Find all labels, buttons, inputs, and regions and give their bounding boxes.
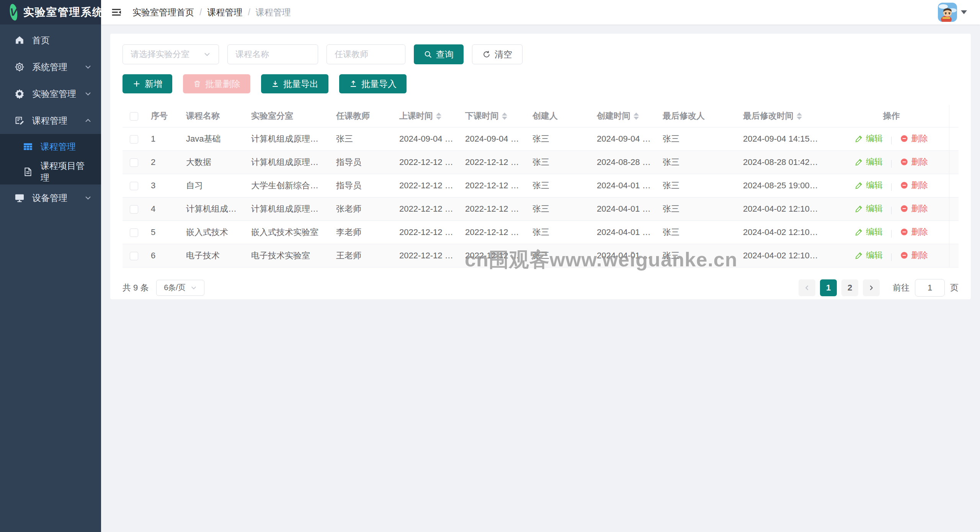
breadcrumb-item-home[interactable]: 实验室管理首页 bbox=[132, 7, 194, 18]
edit-button[interactable]: 编辑 bbox=[855, 226, 883, 238]
table-row: 2 大数据 计算机组成原理实验室 指导员 2022-12-12 16:3... … bbox=[122, 150, 959, 174]
col-modified-time[interactable]: 最后修改时间 bbox=[738, 105, 824, 127]
delete-button[interactable]: 删除 bbox=[900, 203, 928, 214]
toolbar-row: 新增 批量删除 批量导出 批量导入 bbox=[122, 74, 959, 93]
cell-start-time: 2022-12-12 08:3... bbox=[394, 197, 460, 220]
cell-start-time: 2022-12-12 10:1... bbox=[394, 244, 460, 267]
delete-button[interactable]: 删除 bbox=[900, 226, 928, 238]
col-teacher: 任课教师 bbox=[331, 105, 394, 127]
cell-course-name: 计算机组成原理 bbox=[181, 197, 246, 220]
course-name-input[interactable] bbox=[227, 44, 318, 64]
chevron-left-icon bbox=[804, 284, 810, 291]
edit-button[interactable]: 编辑 bbox=[855, 133, 883, 144]
sidebar-item-device[interactable]: 设备管理 bbox=[0, 184, 101, 211]
edit-pencil-icon bbox=[855, 158, 863, 166]
sidebar-item-label: 实验室管理 bbox=[32, 88, 84, 100]
col-start-time[interactable]: 上课时间 bbox=[394, 105, 460, 127]
cell-actions: 编辑 删除 bbox=[824, 244, 959, 267]
edit-button[interactable]: 编辑 bbox=[855, 156, 883, 168]
row-checkbox[interactable] bbox=[130, 158, 138, 167]
batch-delete-button[interactable]: 批量删除 bbox=[183, 74, 250, 93]
breadcrumb: 实验室管理首页 / 课程管理 / 课程管理 bbox=[132, 7, 291, 18]
cell-creator: 张三 bbox=[527, 244, 591, 267]
prev-page-button[interactable] bbox=[799, 279, 815, 296]
search-button[interactable]: 查询 bbox=[414, 44, 464, 64]
cell-created-time: 2024-04-01 19:5... bbox=[591, 174, 657, 197]
page-button-1[interactable]: 1 bbox=[820, 279, 837, 296]
add-button[interactable]: 新增 bbox=[122, 74, 172, 93]
col-lab-room: 实验室分室 bbox=[246, 105, 331, 127]
edit-button[interactable]: 编辑 bbox=[855, 250, 883, 261]
row-checkbox[interactable] bbox=[130, 135, 138, 144]
course-submenu: 课程管理 课程项目管理 bbox=[0, 134, 101, 184]
clear-button[interactable]: 清空 bbox=[472, 44, 523, 64]
page-button-2[interactable]: 2 bbox=[841, 279, 858, 296]
sidebar-item-system[interactable]: 系统管理 bbox=[0, 54, 101, 80]
row-checkbox[interactable] bbox=[130, 252, 138, 260]
sort-caret-icon bbox=[634, 113, 639, 120]
batch-export-button[interactable]: 批量导出 bbox=[261, 74, 328, 93]
sort-caret-icon bbox=[502, 113, 507, 120]
plus-icon bbox=[132, 80, 141, 88]
cell-creator: 张三 bbox=[527, 150, 591, 174]
row-checkbox[interactable] bbox=[130, 205, 138, 214]
delete-minus-icon bbox=[900, 251, 908, 259]
select-all-checkbox[interactable] bbox=[130, 112, 138, 121]
delete-minus-icon bbox=[900, 158, 908, 166]
action-separator bbox=[891, 183, 892, 191]
user-menu-caret-icon[interactable] bbox=[961, 10, 967, 14]
cell-created-time: 2024-04-01 19:5... bbox=[591, 220, 657, 244]
cell-modifier: 张三 bbox=[657, 197, 738, 220]
sidebar-item-lab[interactable]: 实验室管理 bbox=[0, 80, 101, 107]
row-checkbox[interactable] bbox=[130, 182, 138, 190]
row-checkbox[interactable] bbox=[130, 228, 138, 237]
pagination: 共 9 条 6条/页 1 2 bbox=[122, 279, 959, 297]
sidebar-subitem-course-mgmt[interactable]: 课程管理 bbox=[0, 134, 101, 159]
sidebar-fold-icon[interactable] bbox=[109, 5, 123, 19]
grid-icon bbox=[22, 141, 34, 152]
page-size-select[interactable]: 6条/页 bbox=[156, 280, 204, 296]
sort-caret-icon bbox=[436, 113, 441, 120]
cell-lab-room: 计算机组成原理实验室 bbox=[246, 127, 331, 150]
teacher-input[interactable] bbox=[327, 44, 405, 64]
col-end-time[interactable]: 下课时间 bbox=[460, 105, 527, 127]
cell-end-time: 2022-12-12 17:1... bbox=[460, 174, 527, 197]
upload-icon bbox=[349, 80, 358, 88]
sidebar-subitem-course-project[interactable]: 课程项目管理 bbox=[0, 159, 101, 184]
cell-seq: 2 bbox=[145, 150, 181, 174]
edit-pencil-icon bbox=[855, 134, 863, 143]
cell-course-name: 嵌入式技术 bbox=[181, 220, 246, 244]
goto-page-input[interactable] bbox=[915, 279, 945, 297]
next-page-button[interactable] bbox=[863, 279, 880, 296]
cell-modified-time: 2024-04-02 12:10:13 bbox=[738, 197, 824, 220]
cell-end-time: 2024-09-04 09:4... bbox=[460, 127, 527, 150]
col-created-time[interactable]: 创建时间 bbox=[591, 105, 657, 127]
lab-room-select[interactable]: 请选择实验分室 bbox=[122, 44, 219, 64]
avatar[interactable] bbox=[938, 3, 957, 22]
cell-checkbox bbox=[122, 244, 145, 267]
delete-button[interactable]: 删除 bbox=[900, 156, 928, 168]
cell-modified-time: 2024-04-02 12:10:13 bbox=[738, 220, 824, 244]
delete-button[interactable]: 删除 bbox=[900, 133, 928, 144]
sidebar-item-home[interactable]: 首页 bbox=[0, 27, 101, 54]
delete-minus-icon bbox=[900, 228, 908, 236]
delete-button[interactable]: 删除 bbox=[900, 180, 928, 191]
gear-icon bbox=[14, 61, 25, 73]
home-icon bbox=[14, 34, 25, 46]
cell-creator: 张三 bbox=[527, 220, 591, 244]
edit-button[interactable]: 编辑 bbox=[855, 203, 883, 214]
breadcrumb-item-course[interactable]: 课程管理 bbox=[207, 7, 242, 18]
cell-teacher: 王老师 bbox=[331, 244, 394, 267]
cell-seq: 3 bbox=[145, 174, 181, 197]
batch-import-button[interactable]: 批量导入 bbox=[339, 74, 407, 93]
sort-caret-icon bbox=[797, 113, 802, 120]
sidebar-item-course[interactable]: 课程管理 bbox=[0, 107, 101, 134]
cell-modifier: 张三 bbox=[657, 127, 738, 150]
table-row: 4 计算机组成原理 计算机组成原理实验室 张老师 2022-12-12 08:3… bbox=[122, 197, 959, 220]
cell-checkbox bbox=[122, 150, 145, 174]
cell-checkbox bbox=[122, 197, 145, 220]
edit-button[interactable]: 编辑 bbox=[855, 180, 883, 191]
sidebar-item-label: 设备管理 bbox=[32, 192, 84, 204]
delete-button[interactable]: 删除 bbox=[900, 250, 928, 261]
cell-course-name: 大数据 bbox=[181, 150, 246, 174]
